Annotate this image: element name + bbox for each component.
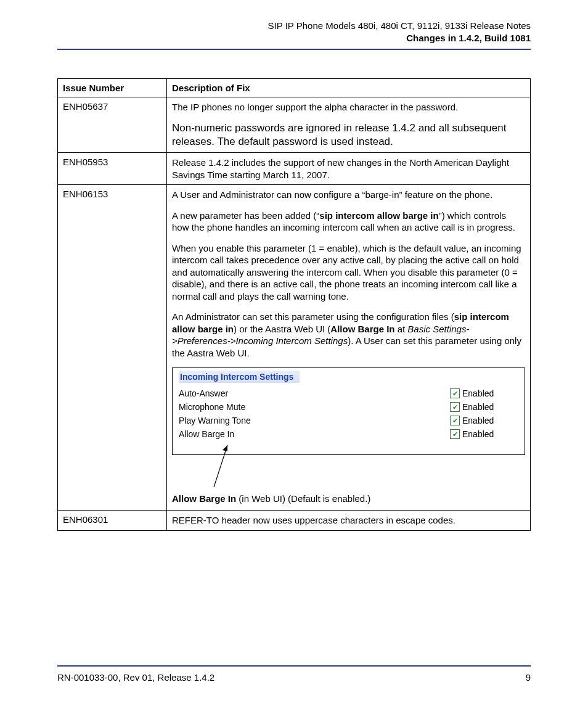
desc-para: Release 1.4.2 includes the support of ne… — [172, 157, 525, 181]
header-line2: Changes in 1.4.2, Build 1081 — [57, 32, 531, 44]
desc-para: The IP phones no longer support the alph… — [172, 101, 525, 113]
issue-number: ENH06301 — [58, 511, 167, 531]
table-row: ENH06153 A User and Administrator can no… — [58, 185, 531, 511]
issue-number: ENH06153 — [58, 185, 167, 511]
desc-para: When you enable this parameter (1 = enab… — [172, 242, 525, 303]
text-span: at — [395, 324, 408, 334]
desc-para: A new parameter has been added (“sip int… — [172, 210, 525, 234]
figure-caption: Allow Barge In (in Web UI) (Default is e… — [172, 493, 525, 504]
desc-para: REFER-TO header now uses uppercase chara… — [172, 514, 525, 527]
footer-rule — [57, 665, 531, 667]
webui-option-label: Play Warning Tone — [179, 416, 450, 425]
webui-option-control[interactable]: ✔ Enabled — [450, 429, 494, 439]
webui-option-state: Enabled — [462, 429, 494, 439]
issue-number: ENH05953 — [58, 153, 167, 185]
header-rule — [57, 49, 531, 50]
bold-span: Allow Barge In — [330, 324, 394, 334]
text-span: ) or the Aastra Web UI ( — [234, 324, 330, 334]
checkbox-checked-icon: ✔ — [450, 429, 460, 439]
checkbox-checked-icon: ✔ — [450, 416, 460, 425]
webui-option: Allow Barge In ✔ Enabled — [179, 427, 518, 441]
svg-marker-1 — [223, 445, 227, 451]
webui-option-state: Enabled — [462, 416, 494, 425]
page-footer: RN-001033-00, Rev 01, Release 1.4.2 9 — [57, 672, 531, 683]
page-header: SIP IP Phone Models 480i, 480i CT, 9112i… — [57, 20, 531, 45]
arrow-icon — [209, 440, 234, 490]
table-row: ENH05953 Release 1.4.2 includes the supp… — [58, 153, 531, 185]
table-row: ENH05637 The IP phones no longer support… — [58, 97, 531, 153]
desc-para: An Administrator can set this parameter … — [172, 311, 525, 359]
webui-option: Auto-Answer ✔ Enabled — [179, 387, 518, 400]
issue-description: A User and Administrator can now configu… — [167, 185, 531, 511]
webui-option-label: Auto-Answer — [179, 388, 450, 398]
col-header-desc: Description of Fix — [167, 78, 531, 97]
desc-para: Non-numeric passwords are ignored in rel… — [172, 121, 525, 149]
svg-line-0 — [214, 445, 227, 487]
webui-option: Play Warning Tone ✔ Enabled — [179, 414, 518, 427]
caption-bold: Allow Barge In — [172, 493, 236, 504]
desc-para: A User and Administrator can now configu… — [172, 189, 525, 201]
webui-option: Microphone Mute ✔ Enabled — [179, 400, 518, 414]
webui-option-state: Enabled — [462, 402, 494, 412]
bold-span: sip intercom allow barge in — [319, 210, 438, 221]
text-span: An Administrator can set this parameter … — [172, 311, 454, 322]
issue-description: REFER-TO header now uses uppercase chara… — [167, 511, 531, 531]
footer-page-number: 9 — [526, 672, 531, 683]
webui-option-label: Microphone Mute — [179, 402, 450, 412]
issues-table: Issue Number Description of Fix ENH05637… — [57, 78, 531, 531]
webui-section-title: Incoming Intercom Settings — [179, 371, 300, 383]
issue-number: ENH05637 — [58, 97, 167, 153]
webui-option-state: Enabled — [462, 388, 494, 398]
checkbox-checked-icon: ✔ — [450, 402, 460, 412]
issue-description: Release 1.4.2 includes the support of ne… — [167, 153, 531, 185]
issue-description: The IP phones no longer support the alph… — [167, 97, 531, 153]
table-row: ENH06301 REFER-TO header now uses upperc… — [58, 511, 531, 531]
text-span: A new parameter has been added (“ — [172, 210, 319, 221]
annotation-arrow — [172, 458, 525, 493]
caption-text: (in Web UI) (Default is enabled.) — [236, 493, 370, 504]
webui-option-label: Allow Barge In — [179, 429, 450, 439]
footer-left: RN-001033-00, Rev 01, Release 1.4.2 — [57, 672, 214, 683]
checkbox-checked-icon: ✔ — [450, 388, 460, 398]
webui-option-control[interactable]: ✔ Enabled — [450, 402, 494, 412]
col-header-issue: Issue Number — [58, 78, 167, 97]
webui-option-control[interactable]: ✔ Enabled — [450, 388, 494, 398]
header-line1: SIP IP Phone Models 480i, 480i CT, 9112i… — [57, 20, 531, 32]
webui-option-control[interactable]: ✔ Enabled — [450, 416, 494, 425]
